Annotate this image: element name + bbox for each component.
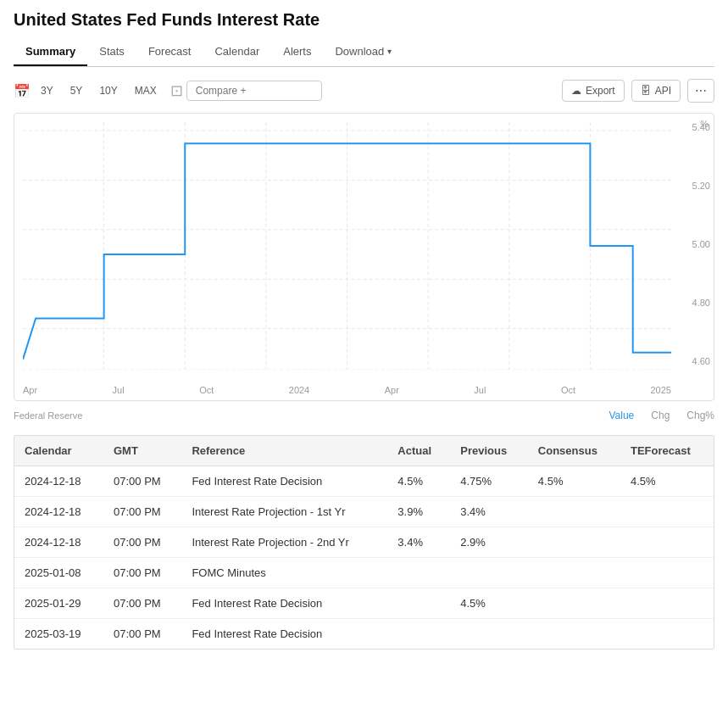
cell-consensus: 4.5% bbox=[528, 466, 620, 497]
tab-stats[interactable]: Stats bbox=[87, 38, 136, 66]
export-icon: ☁ bbox=[571, 85, 581, 97]
col-reference: Reference bbox=[181, 436, 387, 466]
chgpct-label: Chg% bbox=[686, 410, 714, 421]
tab-alerts[interactable]: Alerts bbox=[271, 38, 323, 66]
table-row[interactable]: 2024-12-1807:00 PMInterest Rate Projecti… bbox=[14, 527, 714, 558]
col-teforecast: TEForecast bbox=[620, 436, 714, 466]
api-icon: 🗄 bbox=[641, 85, 651, 97]
col-previous: Previous bbox=[450, 436, 528, 466]
cell-teforecast bbox=[620, 619, 714, 649]
cell-gmt: 07:00 PM bbox=[103, 619, 181, 649]
tab-forecast[interactable]: Forecast bbox=[136, 38, 203, 66]
cell-actual bbox=[387, 588, 450, 619]
cell-previous: 3.4% bbox=[450, 497, 528, 527]
page-title: United States Fed Funds Interest Rate bbox=[14, 10, 714, 30]
cell-actual: 3.4% bbox=[387, 527, 450, 558]
x-label-2025: 2025 bbox=[651, 385, 671, 395]
table-row[interactable]: 2024-12-1807:00 PMInterest Rate Projecti… bbox=[14, 497, 714, 527]
value-link[interactable]: Value bbox=[609, 410, 634, 421]
x-label-apr: Apr bbox=[23, 385, 37, 395]
cell-gmt: 07:00 PM bbox=[103, 497, 181, 527]
cell-actual bbox=[387, 619, 450, 649]
x-axis: Apr Jul Oct 2024 Apr Jul Oct 2025 bbox=[23, 379, 671, 400]
toolbar-left: 📅 3Y 5Y 10Y MAX ⊡ bbox=[14, 81, 555, 101]
cell-reference: Interest Rate Projection - 2nd Yr bbox=[181, 527, 387, 558]
export-button[interactable]: ☁ Export bbox=[562, 80, 625, 102]
cell-reference: Interest Rate Projection - 1st Yr bbox=[181, 497, 387, 527]
x-label-2024: 2024 bbox=[289, 385, 309, 395]
cell-teforecast bbox=[620, 588, 714, 619]
cell-calendar: 2024-12-18 bbox=[14, 527, 103, 558]
col-consensus: Consensus bbox=[528, 436, 620, 466]
tab-calendar[interactable]: Calendar bbox=[203, 38, 271, 66]
tab-summary[interactable]: Summary bbox=[14, 38, 87, 66]
chart-type-icon[interactable]: ⊡ bbox=[170, 81, 183, 100]
col-actual: Actual bbox=[387, 436, 450, 466]
nav-tabs: Summary Stats Forecast Calendar Alerts D… bbox=[14, 38, 714, 67]
cell-previous bbox=[450, 558, 528, 588]
chart-svg bbox=[23, 122, 671, 370]
cell-previous: 4.5% bbox=[450, 588, 528, 619]
value-chg-row: Value Chg Chg% bbox=[609, 410, 714, 421]
y-label-480: 4.80 bbox=[675, 298, 710, 308]
time-btn-max[interactable]: MAX bbox=[128, 81, 164, 101]
cell-gmt: 07:00 PM bbox=[103, 588, 181, 619]
cell-gmt: 07:00 PM bbox=[103, 558, 181, 588]
x-label-oct: Oct bbox=[199, 385, 214, 395]
x-label-oct2: Oct bbox=[561, 385, 575, 395]
col-calendar: Calendar bbox=[14, 436, 103, 466]
time-btn-10y[interactable]: 10Y bbox=[92, 81, 124, 101]
x-label-jul: Jul bbox=[113, 385, 125, 395]
cell-teforecast: 4.5% bbox=[620, 466, 714, 497]
cell-calendar: 2024-12-18 bbox=[14, 466, 103, 497]
y-axis: 5.40 5.20 5.00 4.80 4.60 bbox=[671, 114, 714, 375]
cell-previous: 2.9% bbox=[450, 527, 528, 558]
cell-consensus bbox=[528, 619, 620, 649]
cell-calendar: 2025-03-19 bbox=[14, 619, 103, 649]
source-value-row: Federal Reserve Value Chg Chg% bbox=[14, 406, 714, 425]
chart-area: % 5.40 5.20 5.00 4.80 bbox=[14, 113, 714, 401]
dropdown-arrow-icon: ▾ bbox=[387, 47, 392, 56]
cell-actual: 4.5% bbox=[387, 466, 450, 497]
compare-input[interactable] bbox=[186, 81, 322, 101]
table-body: 2024-12-1807:00 PMFed Interest Rate Deci… bbox=[14, 466, 714, 649]
time-btn-3y[interactable]: 3Y bbox=[34, 81, 60, 101]
y-label-460: 4.60 bbox=[675, 356, 710, 366]
y-label-520: 5.20 bbox=[675, 181, 710, 191]
cell-reference: Fed Interest Rate Decision bbox=[181, 619, 387, 649]
cell-actual: 3.9% bbox=[387, 497, 450, 527]
toolbar: 📅 3Y 5Y 10Y MAX ⊡ ☁ Export 🗄 API ⋯ bbox=[14, 75, 714, 106]
calendar-icon[interactable]: 📅 bbox=[14, 83, 31, 99]
cell-reference: FOMC Minutes bbox=[181, 558, 387, 588]
col-gmt: GMT bbox=[103, 436, 181, 466]
cell-consensus bbox=[528, 527, 620, 558]
table-row[interactable]: 2025-01-2907:00 PMFed Interest Rate Deci… bbox=[14, 588, 714, 619]
cell-previous: 4.75% bbox=[450, 466, 528, 497]
api-button[interactable]: 🗄 API bbox=[631, 80, 681, 102]
toolbar-right: ☁ Export 🗄 API ⋯ bbox=[562, 79, 714, 103]
cell-consensus bbox=[528, 588, 620, 619]
x-label-apr2: Apr bbox=[385, 385, 399, 395]
x-label-jul2: Jul bbox=[474, 385, 486, 395]
y-label-540: 5.40 bbox=[675, 122, 710, 132]
cell-calendar: 2025-01-29 bbox=[14, 588, 103, 619]
tab-download[interactable]: Download ▾ bbox=[323, 38, 403, 66]
table-wrapper: Calendar GMT Reference Actual Previous C… bbox=[14, 435, 714, 649]
cell-consensus bbox=[528, 558, 620, 588]
cell-gmt: 07:00 PM bbox=[103, 527, 181, 558]
chg-label: Chg bbox=[651, 410, 670, 421]
table-row[interactable]: 2025-03-1907:00 PMFed Interest Rate Deci… bbox=[14, 619, 714, 649]
cell-previous bbox=[450, 619, 528, 649]
cell-teforecast bbox=[620, 558, 714, 588]
cell-reference: Fed Interest Rate Decision bbox=[181, 588, 387, 619]
table-row[interactable]: 2024-12-1807:00 PMFed Interest Rate Deci… bbox=[14, 466, 714, 497]
table-row[interactable]: 2025-01-0807:00 PMFOMC Minutes bbox=[14, 558, 714, 588]
cell-consensus bbox=[528, 497, 620, 527]
more-button[interactable]: ⋯ bbox=[687, 79, 714, 103]
cell-calendar: 2025-01-08 bbox=[14, 558, 103, 588]
cell-teforecast bbox=[620, 497, 714, 527]
table-header-row: Calendar GMT Reference Actual Previous C… bbox=[14, 436, 714, 466]
time-btn-5y[interactable]: 5Y bbox=[64, 81, 90, 101]
cell-gmt: 07:00 PM bbox=[103, 466, 181, 497]
cell-calendar: 2024-12-18 bbox=[14, 497, 103, 527]
